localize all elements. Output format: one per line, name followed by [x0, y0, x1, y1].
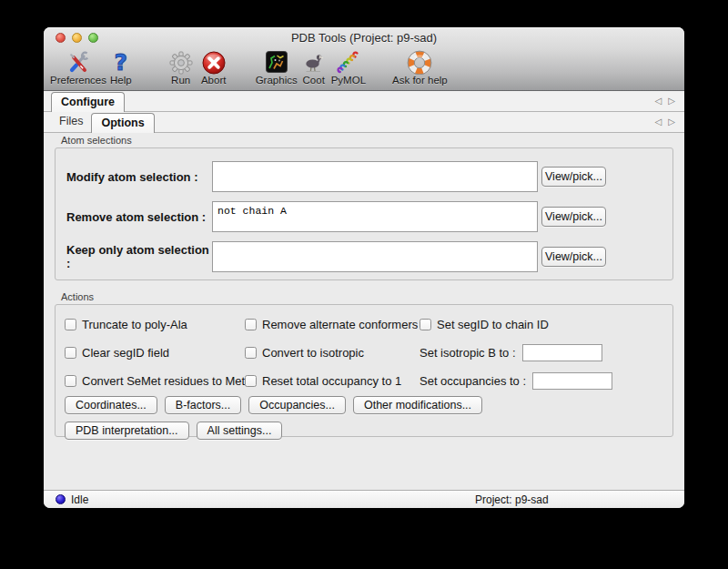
tab-scroll-right-icon[interactable] [668, 97, 675, 106]
checkbox-box[interactable] [245, 319, 257, 330]
checkbox-box[interactable] [65, 375, 76, 387]
toolbar-label: PyMOL [331, 75, 366, 86]
toolbar: Preferences Help [44, 47, 684, 90]
coot-button[interactable]: Coot [301, 49, 327, 86]
minimize-button[interactable] [72, 33, 82, 43]
toolbar-label: Graphics [256, 75, 298, 86]
help-button[interactable]: Help [110, 49, 132, 86]
checkbox-label: Convert SeMet residues to Met [82, 374, 245, 388]
checkbox-box[interactable] [245, 347, 257, 359]
window-title: PDB Tools (Project: p9-sad) [44, 27, 684, 48]
checkbox-box[interactable] [420, 319, 431, 330]
atom-selections-group: Modify atom selection : View/pick... Rem… [55, 147, 673, 280]
set-occupancies-label: Set occupancies to : [420, 374, 526, 388]
selection-row: Modify atom selection : View/pick... [66, 161, 672, 192]
pdb-interpretation-button[interactable]: PDB interpretation... [65, 422, 189, 440]
other-modifications-button[interactable]: Other modifications... [353, 396, 482, 414]
abort-button[interactable]: Abort [201, 49, 227, 86]
checkbox-label: Convert to isotropic [262, 346, 364, 360]
titlebar[interactable]: PDB Tools (Project: p9-sad) [44, 27, 684, 47]
tab-scroll-left-icon[interactable] [655, 117, 662, 127]
status-bar: Idle Project: p9-sad [44, 490, 684, 508]
set-isotropic-b-group: Set isotropic B to : [420, 344, 672, 361]
set-occupancies-group: Set occupancies to : [420, 372, 672, 390]
traffic-lights [56, 33, 98, 43]
molecule-graphics-icon [264, 49, 289, 75]
checkbox-truncate-poly-ala: Truncate to poly-Ala [65, 318, 245, 331]
toolbar-label: Preferences [50, 75, 106, 86]
tab-files[interactable]: Files [51, 112, 91, 132]
toolbar-label: Help [110, 75, 132, 86]
modify-selection-field[interactable] [212, 161, 538, 192]
lifebuoy-icon [407, 49, 432, 75]
run-button[interactable]: Run [168, 49, 194, 86]
occupancies-button[interactable]: Occupancies... [248, 396, 346, 414]
actions-group: Truncate to poly-Ala Remove alternate co… [55, 304, 673, 437]
keep-only-selection-label: Keep only atom selection : [66, 243, 212, 270]
tabstrip-configure: Configure [44, 91, 684, 112]
set-occupancies-input[interactable] [532, 372, 612, 390]
pdb-tools-window: PDB Tools (Project: p9-sad) Preferences [44, 27, 684, 508]
pymol-button[interactable]: PyMOL [331, 49, 366, 86]
view-pick-button[interactable]: View/pick... [541, 207, 606, 227]
checkbox-label: Truncate to poly-Ala [82, 318, 187, 331]
preferences-button[interactable]: Preferences [50, 49, 106, 86]
remove-selection-label: Remove atom selection : [66, 210, 212, 224]
checkbox-label: Remove alternate conformers [262, 318, 418, 331]
tabstrip-pages: Files Options [44, 112, 684, 133]
toolbar-label: Ask for help [392, 75, 448, 86]
project-label: Project: p9-sad [475, 493, 549, 506]
tab-scroll-left-icon[interactable] [655, 97, 662, 106]
keep-only-selection-field[interactable] [212, 241, 538, 272]
toolbar-label: Run [171, 75, 190, 86]
checkbox-box[interactable] [65, 319, 76, 330]
toolbar-label: Coot [303, 75, 325, 86]
graphics-button[interactable]: Graphics [256, 49, 298, 86]
options-page: Atom selections Modify atom selection : … [44, 133, 684, 490]
all-settings-button[interactable]: All settings... [197, 422, 283, 440]
tab-scroll-arrows [655, 91, 675, 111]
actions-row: Clear segID field Convert to isotropic S… [65, 339, 672, 367]
actions-row: Truncate to poly-Ala Remove alternate co… [65, 310, 672, 339]
actions-row: Convert SeMet residues to Met Reset tota… [65, 367, 672, 395]
question-icon [115, 49, 128, 75]
actions-buttons-row1: Coordinates... B-factors... Occupancies.… [65, 396, 672, 414]
checkbox-set-segid-to-chain: Set segID to chain ID [420, 318, 672, 331]
checkbox-label: Clear segID field [82, 346, 169, 360]
zoom-button[interactable] [88, 33, 98, 43]
checkbox-convert-isotropic: Convert to isotropic [245, 346, 420, 360]
abort-x-icon [201, 49, 227, 75]
selection-row: Keep only atom selection : View/pick... [66, 241, 672, 272]
checkbox-label: Set segID to chain ID [437, 318, 549, 331]
ask-for-help-button[interactable]: Ask for help [392, 49, 448, 86]
tab-configure[interactable]: Configure [51, 92, 125, 112]
window-header: PDB Tools (Project: p9-sad) Preferences [44, 27, 684, 91]
status-idle-icon [56, 494, 66, 504]
b-factors-button[interactable]: B-factors... [165, 396, 241, 414]
checkbox-convert-semet: Convert SeMet residues to Met [65, 374, 245, 388]
tab-scroll-right-icon[interactable] [668, 117, 675, 127]
tab-options[interactable]: Options [91, 113, 154, 133]
checkbox-label: Reset total occupancy to 1 [262, 374, 401, 388]
checkbox-clear-segid: Clear segID field [65, 346, 245, 360]
toolbar-label: Abort [201, 75, 227, 86]
checkbox-box[interactable] [65, 347, 76, 359]
checkbox-remove-alt-conformers: Remove alternate conformers [245, 318, 420, 331]
group-label-atom-selections: Atom selections [61, 135, 673, 146]
coot-bird-icon [301, 49, 327, 75]
modify-selection-label: Modify atom selection : [66, 170, 212, 184]
view-pick-button[interactable]: View/pick... [541, 247, 606, 267]
status-text: Idle [71, 493, 88, 506]
remove-selection-field[interactable]: not chain A [212, 201, 538, 232]
coordinates-button[interactable]: Coordinates... [65, 396, 157, 414]
group-label-actions: Actions [61, 291, 673, 302]
view-pick-button[interactable]: View/pick... [541, 167, 606, 187]
gear-icon [168, 49, 194, 75]
set-isotropic-b-label: Set isotropic B to : [420, 346, 516, 360]
actions-buttons-row2: PDB interpretation... All settings... [65, 422, 672, 440]
set-isotropic-b-input[interactable] [522, 344, 602, 361]
tools-icon [66, 49, 91, 75]
checkbox-box[interactable] [245, 375, 257, 387]
close-button[interactable] [56, 33, 66, 43]
selection-row: Remove atom selection : not chain A View… [66, 201, 672, 232]
